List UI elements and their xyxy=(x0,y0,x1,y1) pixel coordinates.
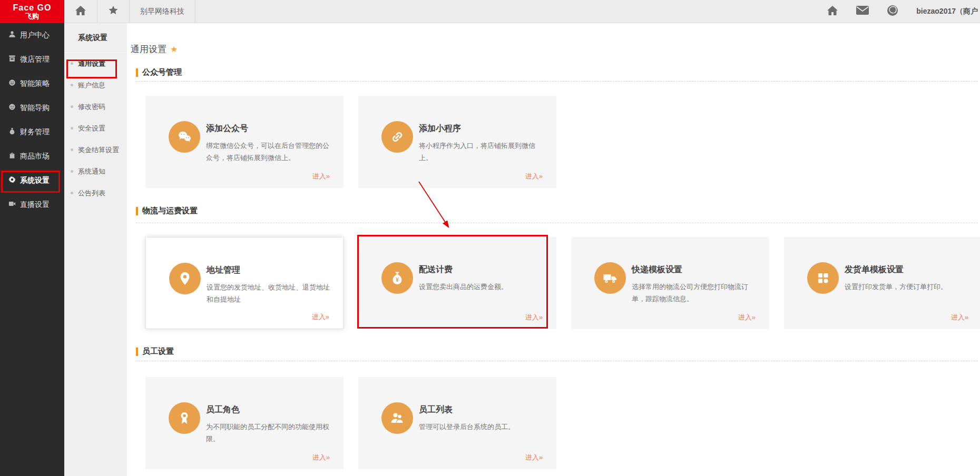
sidebar-item-micro-shop[interactable]: 微店管理 xyxy=(0,47,64,72)
bullet-icon xyxy=(71,170,73,173)
card-address-management[interactable]: 地址管理 设置您的发货地址、收货地址、退货地址和自提地址 进入» xyxy=(145,237,344,329)
strategy-icon xyxy=(8,79,16,88)
enter-link[interactable]: 进入» xyxy=(738,313,756,322)
wechat-icon xyxy=(169,121,200,153)
service-icon[interactable] xyxy=(887,5,898,18)
enter-link[interactable]: 进入» xyxy=(312,172,330,181)
card-express-template[interactable]: 快递模板设置 选择常用的物流公司方便您打印物流订单，跟踪物流信息。 进入» xyxy=(571,237,769,329)
card-desc: 设置打印发货单，方便订单打印。 xyxy=(845,281,972,293)
subsidebar-item-bonus-settlement[interactable]: 奖金结算设置 xyxy=(64,139,127,161)
sidebar-item-goods-market[interactable]: 商品市场 xyxy=(0,144,64,168)
shop-icon xyxy=(8,55,16,64)
home-button[interactable] xyxy=(64,0,97,23)
page-title-text: 通用设置 xyxy=(131,43,166,55)
section-bar xyxy=(136,68,138,77)
grid-icon xyxy=(807,262,839,294)
subsidebar-item-security-settings[interactable]: 安全设置 xyxy=(64,117,127,139)
main-content: 通用设置 ★ 公众号管理 添加公众号 绑定微信公众号，可以在后台管理您的公众号，… xyxy=(127,23,980,476)
card-title: 快递模板设置 xyxy=(632,264,682,275)
svg-text:¥: ¥ xyxy=(396,276,399,283)
secondary-sidebar-header: 系统设置 xyxy=(64,23,127,53)
enter-link[interactable]: 进入» xyxy=(525,172,543,181)
sidebar-item-label: 智能导购 xyxy=(20,103,50,113)
subsidebar-item-announcement-list[interactable]: 公告列表 xyxy=(64,182,127,204)
card-desc: 绑定微信公众号，可以在后台管理您的公众号，将店铺拓展到微信上。 xyxy=(206,140,334,164)
enter-link[interactable]: 进入» xyxy=(951,313,968,322)
medal-icon xyxy=(169,402,200,434)
sidebar-item-label: 直播设置 xyxy=(20,200,50,210)
link-icon xyxy=(381,121,413,153)
brand-logo[interactable]: Face GO 飞购 xyxy=(0,0,64,23)
sidebar-item-smart-guide[interactable]: 智能导购 xyxy=(0,96,64,120)
card-title: 添加公众号 xyxy=(206,123,248,134)
guide-icon xyxy=(8,103,16,113)
section-divider xyxy=(136,81,978,82)
card-add-miniprogram[interactable]: 添加小程序 将小程序作为入口，将店铺拓展到微信上。 进入» xyxy=(358,96,556,188)
username-menu[interactable]: biezao2017（商户 xyxy=(916,7,978,16)
brand-name: Face GO xyxy=(13,3,52,13)
card-desc: 选择常用的物流公司方便您打印物流订单，跟踪物流信息。 xyxy=(632,281,759,305)
bullet-icon xyxy=(71,105,73,108)
card-title: 员工列表 xyxy=(419,404,453,415)
card-desc: 将小程序作为入口，将店铺拓展到微信上。 xyxy=(419,140,546,164)
gear-icon xyxy=(8,176,16,185)
section-divider xyxy=(136,361,978,361)
sidebar-item-label: 系统设置 xyxy=(20,176,50,185)
subsidebar-item-general-settings[interactable]: 通用设置 xyxy=(64,53,127,74)
subsidebar-item-system-notice[interactable]: 系统通知 xyxy=(64,161,127,182)
card-title: 添加小程序 xyxy=(419,123,461,134)
bullet-icon xyxy=(71,148,73,151)
card-delivery-billing[interactable]: ¥ 配送计费 设置您卖出商品的运费金额。 进入» xyxy=(358,237,556,329)
card-desc: 设置您的发货地址、收货地址、退货地址和自提地址 xyxy=(207,282,334,306)
enter-link[interactable]: 进入» xyxy=(312,312,329,322)
section-title: 员工设置 xyxy=(142,346,174,356)
subsidebar-item-label: 奖金结算设置 xyxy=(78,145,119,155)
bullet-icon xyxy=(71,84,73,86)
card-title: 地址管理 xyxy=(207,265,240,276)
mail-icon[interactable] xyxy=(856,6,869,17)
company-tab[interactable]: 别早网络科技 xyxy=(130,0,195,23)
live-icon xyxy=(8,200,16,210)
sidebar-item-finance[interactable]: 财务管理 xyxy=(0,120,64,144)
enter-link[interactable]: 进入» xyxy=(525,313,543,322)
sidebar-item-label: 智能策略 xyxy=(20,79,50,88)
star-icon[interactable]: ★ xyxy=(170,44,178,54)
page-title: 通用设置 ★ xyxy=(131,43,178,55)
subsidebar-item-label: 账户信息 xyxy=(78,81,105,90)
sidebar-item-label: 财务管理 xyxy=(20,127,50,137)
card-title: 发货单模板设置 xyxy=(845,264,904,275)
subsidebar-item-account-info[interactable]: 账户信息 xyxy=(64,74,127,96)
user-icon xyxy=(8,31,16,40)
enter-link[interactable]: 进入» xyxy=(525,453,543,462)
section-header-official-accounts: 公众号管理 xyxy=(136,67,182,77)
subsidebar-item-label: 系统通知 xyxy=(78,167,105,176)
top-bar: 别早网络科技 biezao2017（商户 xyxy=(64,0,980,23)
sidebar-item-user-center[interactable]: 用户中心 xyxy=(0,23,64,47)
card-staff-roles[interactable]: 员工角色 为不同职能的员工分配不同的功能使用权限。 进入» xyxy=(145,377,344,469)
subsidebar-item-label: 修改密码 xyxy=(78,102,105,112)
subsidebar-item-change-password[interactable]: 修改密码 xyxy=(64,96,127,117)
enter-link[interactable]: 进入» xyxy=(312,453,330,462)
card-staff-list[interactable]: 员工列表 管理可以登录后台系统的员工。 进入» xyxy=(358,377,556,469)
section-divider xyxy=(136,223,978,223)
sidebar-item-live-settings[interactable]: 直播设置 xyxy=(0,193,64,217)
card-title: 员工角色 xyxy=(206,404,240,415)
sidebar-item-smart-strategy[interactable]: 智能策略 xyxy=(0,72,64,96)
sidebar-item-system-settings[interactable]: 系统设置 xyxy=(0,168,64,193)
home-icon xyxy=(75,5,86,18)
favorite-button[interactable] xyxy=(97,0,130,23)
card-invoice-template[interactable]: 发货单模板设置 设置打印发货单，方便订单打印。 进入» xyxy=(784,237,980,329)
primary-sidebar: 用户中心 微店管理 智能策略 智能导购 财务管理 商品市场 系统设置 直播设置 xyxy=(0,23,64,476)
subsidebar-item-label: 公告列表 xyxy=(78,189,105,198)
card-add-official-account[interactable]: 添加公众号 绑定微信公众号，可以在后台管理您的公众号，将店铺拓展到微信上。 进入… xyxy=(145,96,344,188)
sidebar-item-label: 用户中心 xyxy=(20,31,50,40)
subsidebar-item-label: 通用设置 xyxy=(78,59,105,68)
card-title: 配送计费 xyxy=(419,264,453,275)
sidebar-item-label: 微店管理 xyxy=(20,55,50,64)
sidebar-item-label: 商品市场 xyxy=(20,152,50,161)
brand-subname: 飞购 xyxy=(25,13,39,20)
market-icon xyxy=(8,152,16,161)
home-icon[interactable] xyxy=(827,5,838,18)
star-icon xyxy=(108,5,119,18)
subsidebar-item-label: 安全设置 xyxy=(78,124,105,133)
